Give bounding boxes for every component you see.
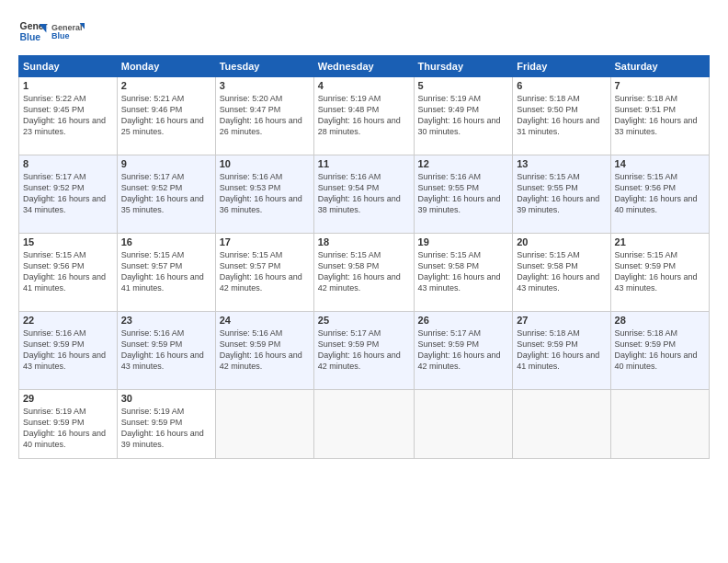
day-number: 26 bbox=[418, 315, 509, 326]
calendar-cell: 27Sunrise: 5:18 AMSunset: 9:59 PMDayligh… bbox=[513, 312, 610, 390]
calendar-week-2: 8Sunrise: 5:17 AMSunset: 9:52 PMDaylight… bbox=[19, 155, 710, 234]
day-info: Sunrise: 5:15 AMSunset: 9:58 PMDaylight:… bbox=[318, 249, 410, 294]
calendar-cell: 21Sunrise: 5:15 AMSunset: 9:59 PMDayligh… bbox=[610, 234, 709, 312]
day-number: 1 bbox=[23, 80, 113, 91]
logo: General Blue General Blue bbox=[18, 15, 85, 48]
day-number: 15 bbox=[23, 236, 113, 247]
calendar-cell bbox=[215, 390, 313, 459]
calendar-cell: 10Sunrise: 5:16 AMSunset: 9:53 PMDayligh… bbox=[215, 155, 313, 234]
day-info: Sunrise: 5:16 AMSunset: 9:59 PMDaylight:… bbox=[23, 327, 113, 373]
calendar-cell: 2Sunrise: 5:21 AMSunset: 9:46 PMDaylight… bbox=[117, 77, 215, 155]
calendar-table: SundayMondayTuesdayWednesdayThursdayFrid… bbox=[18, 55, 710, 459]
day-number: 18 bbox=[318, 236, 410, 247]
day-info: Sunrise: 5:16 AMSunset: 9:55 PMDaylight:… bbox=[418, 171, 509, 216]
day-number: 5 bbox=[418, 80, 509, 91]
day-number: 30 bbox=[121, 393, 211, 404]
svg-text:General: General bbox=[51, 23, 83, 32]
calendar-cell: 4Sunrise: 5:19 AMSunset: 9:48 PMDaylight… bbox=[313, 77, 414, 155]
calendar-week-3: 15Sunrise: 5:15 AMSunset: 9:56 PMDayligh… bbox=[19, 234, 710, 312]
calendar-week-4: 22Sunrise: 5:16 AMSunset: 9:59 PMDayligh… bbox=[19, 312, 710, 390]
weekday-header-row: SundayMondayTuesdayWednesdayThursdayFrid… bbox=[19, 56, 710, 77]
calendar-cell: 16Sunrise: 5:15 AMSunset: 9:57 PMDayligh… bbox=[117, 234, 215, 312]
calendar-cell: 25Sunrise: 5:17 AMSunset: 9:59 PMDayligh… bbox=[313, 312, 414, 390]
day-info: Sunrise: 5:15 AMSunset: 9:57 PMDaylight:… bbox=[220, 249, 310, 294]
day-number: 28 bbox=[615, 315, 705, 326]
calendar-cell: 15Sunrise: 5:15 AMSunset: 9:56 PMDayligh… bbox=[19, 234, 118, 312]
calendar-cell: 18Sunrise: 5:15 AMSunset: 9:58 PMDayligh… bbox=[313, 234, 414, 312]
day-number: 11 bbox=[318, 158, 410, 169]
calendar-week-5: 29Sunrise: 5:19 AMSunset: 9:59 PMDayligh… bbox=[19, 390, 710, 459]
day-number: 25 bbox=[318, 315, 410, 326]
day-info: Sunrise: 5:15 AMSunset: 9:58 PMDaylight:… bbox=[418, 249, 509, 294]
day-info: Sunrise: 5:15 AMSunset: 9:59 PMDaylight:… bbox=[615, 249, 705, 294]
calendar-cell: 29Sunrise: 5:19 AMSunset: 9:59 PMDayligh… bbox=[19, 390, 118, 459]
day-number: 17 bbox=[220, 236, 310, 247]
logo-graphic: General Blue bbox=[51, 15, 85, 48]
weekday-header-monday: Monday bbox=[117, 56, 215, 77]
day-number: 13 bbox=[517, 158, 606, 169]
day-info: Sunrise: 5:22 AMSunset: 9:45 PMDaylight:… bbox=[23, 93, 113, 138]
day-number: 29 bbox=[23, 393, 113, 404]
day-number: 12 bbox=[418, 158, 509, 169]
day-info: Sunrise: 5:15 AMSunset: 9:58 PMDaylight:… bbox=[517, 249, 606, 294]
svg-text:Blue: Blue bbox=[20, 32, 41, 42]
calendar-cell bbox=[414, 390, 513, 459]
day-info: Sunrise: 5:18 AMSunset: 9:51 PMDaylight:… bbox=[615, 93, 705, 138]
calendar-cell: 23Sunrise: 5:16 AMSunset: 9:59 PMDayligh… bbox=[117, 312, 215, 390]
day-number: 27 bbox=[517, 315, 606, 326]
calendar-cell bbox=[313, 390, 414, 459]
day-number: 21 bbox=[615, 236, 705, 247]
day-info: Sunrise: 5:19 AMSunset: 9:49 PMDaylight:… bbox=[418, 93, 509, 138]
day-info: Sunrise: 5:15 AMSunset: 9:55 PMDaylight:… bbox=[517, 171, 606, 216]
day-number: 8 bbox=[23, 158, 113, 169]
calendar-cell: 12Sunrise: 5:16 AMSunset: 9:55 PMDayligh… bbox=[414, 155, 513, 234]
logo-icon: General Blue bbox=[18, 17, 48, 46]
calendar-cell: 26Sunrise: 5:17 AMSunset: 9:59 PMDayligh… bbox=[414, 312, 513, 390]
calendar-cell: 6Sunrise: 5:18 AMSunset: 9:50 PMDaylight… bbox=[513, 77, 610, 155]
day-number: 4 bbox=[318, 80, 410, 91]
calendar-page: General Blue General Blue Sunda bbox=[0, 0, 728, 563]
calendar-week-1: 1Sunrise: 5:22 AMSunset: 9:45 PMDaylight… bbox=[19, 77, 710, 155]
weekday-header-friday: Friday bbox=[513, 56, 610, 77]
day-number: 6 bbox=[517, 80, 606, 91]
day-info: Sunrise: 5:16 AMSunset: 9:53 PMDaylight:… bbox=[220, 171, 310, 216]
day-number: 10 bbox=[220, 158, 310, 169]
calendar-cell: 20Sunrise: 5:15 AMSunset: 9:58 PMDayligh… bbox=[513, 234, 610, 312]
weekday-header-thursday: Thursday bbox=[414, 56, 513, 77]
calendar-cell: 30Sunrise: 5:19 AMSunset: 9:59 PMDayligh… bbox=[117, 390, 215, 459]
calendar-cell: 9Sunrise: 5:17 AMSunset: 9:52 PMDaylight… bbox=[117, 155, 215, 234]
day-info: Sunrise: 5:16 AMSunset: 9:59 PMDaylight:… bbox=[121, 327, 211, 373]
day-info: Sunrise: 5:18 AMSunset: 9:59 PMDaylight:… bbox=[517, 327, 606, 373]
weekday-header-tuesday: Tuesday bbox=[215, 56, 313, 77]
day-number: 22 bbox=[23, 315, 113, 326]
day-info: Sunrise: 5:19 AMSunset: 9:59 PMDaylight:… bbox=[121, 406, 211, 451]
day-number: 23 bbox=[121, 315, 211, 326]
calendar-cell: 3Sunrise: 5:20 AMSunset: 9:47 PMDaylight… bbox=[215, 77, 313, 155]
calendar-cell: 1Sunrise: 5:22 AMSunset: 9:45 PMDaylight… bbox=[19, 77, 118, 155]
day-info: Sunrise: 5:17 AMSunset: 9:52 PMDaylight:… bbox=[23, 171, 113, 216]
day-info: Sunrise: 5:17 AMSunset: 9:52 PMDaylight:… bbox=[121, 171, 211, 216]
day-info: Sunrise: 5:17 AMSunset: 9:59 PMDaylight:… bbox=[318, 327, 410, 373]
weekday-header-wednesday: Wednesday bbox=[313, 56, 414, 77]
day-number: 24 bbox=[220, 315, 310, 326]
day-info: Sunrise: 5:20 AMSunset: 9:47 PMDaylight:… bbox=[220, 93, 310, 138]
day-info: Sunrise: 5:16 AMSunset: 9:59 PMDaylight:… bbox=[220, 327, 310, 373]
day-info: Sunrise: 5:17 AMSunset: 9:59 PMDaylight:… bbox=[418, 327, 509, 373]
calendar-cell: 17Sunrise: 5:15 AMSunset: 9:57 PMDayligh… bbox=[215, 234, 313, 312]
calendar-cell: 8Sunrise: 5:17 AMSunset: 9:52 PMDaylight… bbox=[19, 155, 118, 234]
day-info: Sunrise: 5:21 AMSunset: 9:46 PMDaylight:… bbox=[121, 93, 211, 138]
day-info: Sunrise: 5:18 AMSunset: 9:59 PMDaylight:… bbox=[615, 327, 705, 373]
day-number: 14 bbox=[615, 158, 705, 169]
calendar-cell: 7Sunrise: 5:18 AMSunset: 9:51 PMDaylight… bbox=[610, 77, 709, 155]
calendar-cell: 28Sunrise: 5:18 AMSunset: 9:59 PMDayligh… bbox=[610, 312, 709, 390]
day-number: 9 bbox=[121, 158, 211, 169]
day-number: 7 bbox=[615, 80, 705, 91]
calendar-cell: 13Sunrise: 5:15 AMSunset: 9:55 PMDayligh… bbox=[513, 155, 610, 234]
day-number: 20 bbox=[517, 236, 606, 247]
weekday-header-sunday: Sunday bbox=[19, 56, 118, 77]
calendar-cell bbox=[513, 390, 610, 459]
calendar-cell: 5Sunrise: 5:19 AMSunset: 9:49 PMDaylight… bbox=[414, 77, 513, 155]
day-info: Sunrise: 5:15 AMSunset: 9:56 PMDaylight:… bbox=[23, 249, 113, 294]
day-info: Sunrise: 5:15 AMSunset: 9:57 PMDaylight:… bbox=[121, 249, 211, 294]
day-number: 16 bbox=[121, 236, 211, 247]
